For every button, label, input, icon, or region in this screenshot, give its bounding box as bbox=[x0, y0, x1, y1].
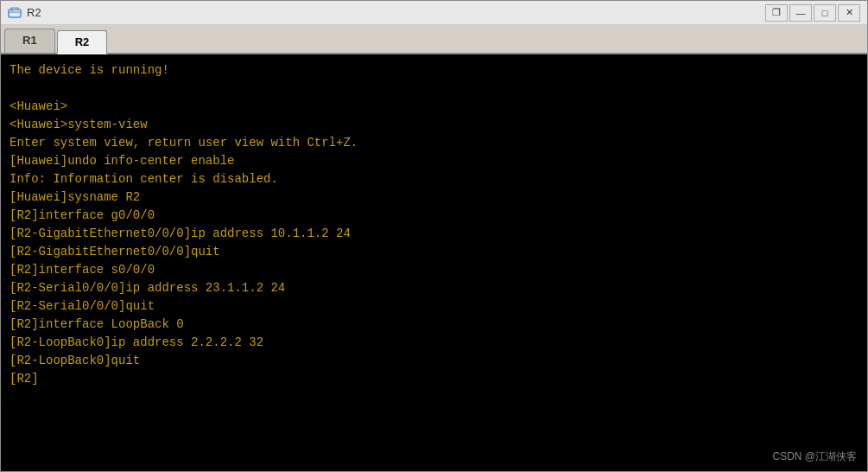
svg-point-2 bbox=[11, 10, 13, 11]
title-bar: R2 ❐ — □ ✕ bbox=[1, 1, 867, 25]
tab-r1[interactable]: R1 bbox=[4, 29, 55, 53]
svg-rect-0 bbox=[9, 10, 21, 17]
window-controls: ❐ — □ ✕ bbox=[765, 4, 860, 22]
minimize-button[interactable]: — bbox=[789, 4, 812, 22]
terminal-output: The device is running! <Huawei> <Huawei>… bbox=[10, 61, 858, 388]
watermark: CSDN @江湖侠客 bbox=[772, 450, 857, 464]
main-window: R2 ❐ — □ ✕ R1 R2 The device is running! … bbox=[0, 0, 868, 472]
window-title: R2 bbox=[27, 6, 765, 19]
maximize-button[interactable]: □ bbox=[814, 4, 836, 22]
window-icon bbox=[8, 6, 22, 20]
close-button[interactable]: ✕ bbox=[838, 4, 860, 22]
terminal-area[interactable]: The device is running! <Huawei> <Huawei>… bbox=[1, 54, 867, 471]
tab-r2[interactable]: R2 bbox=[57, 30, 108, 54]
restore-button[interactable]: ❐ bbox=[765, 4, 788, 22]
tab-bar: R1 R2 bbox=[1, 25, 867, 54]
